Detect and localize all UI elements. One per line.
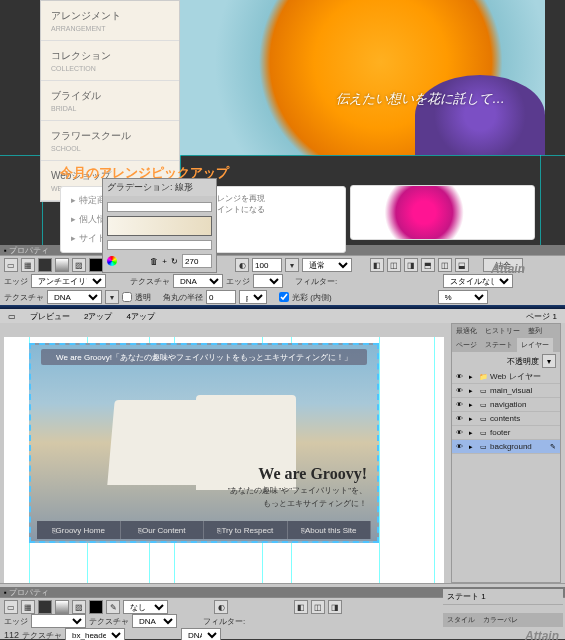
- layer-row[interactable]: 👁 ▸ ▭ main_visual: [452, 384, 560, 398]
- expand-icon[interactable]: ▸: [466, 414, 476, 424]
- color-box[interactable]: [89, 600, 103, 614]
- gradient-panel[interactable]: グラデーション: 線形 🗑 + ↻: [102, 178, 217, 273]
- pickup-thumbnail: [350, 185, 535, 240]
- tab-pages[interactable]: ページ: [452, 338, 481, 352]
- align-icon[interactable]: ◨: [328, 600, 342, 614]
- corner-radius-input[interactable]: [206, 290, 236, 304]
- opacity-icon[interactable]: ◐: [214, 600, 228, 614]
- edge-select2[interactable]: [253, 274, 283, 288]
- menu-item-arrangement[interactable]: アレンジメントARRANGEMENT: [41, 1, 179, 41]
- groovy-header: We are Groovy!「あなたの趣味やフェイバリットをもっとエキサイティン…: [41, 349, 367, 365]
- unit-select[interactable]: px: [239, 290, 267, 304]
- dna-select[interactable]: DNA: [181, 628, 221, 640]
- fill-solid-icon[interactable]: [38, 600, 52, 614]
- tool-icon[interactable]: ▦: [21, 600, 35, 614]
- layers-panel: 最適化 ヒストリー 整列 ページ ステート レイヤー 不透明度 ▾ 👁 ▸ 📁 …: [451, 323, 561, 583]
- main-visual-slice[interactable]: We are Groovy!「あなたの趣味やフェイバリットをもっとエキサイティン…: [29, 343, 379, 543]
- layer-row[interactable]: 👁 ▸ ▭ contents: [452, 412, 560, 426]
- nav-about[interactable]: About this Site: [288, 521, 372, 539]
- fill-pattern-icon[interactable]: ▨: [72, 258, 86, 272]
- visibility-icon[interactable]: 👁: [454, 386, 464, 396]
- nav-home[interactable]: Groovy Home: [37, 521, 121, 539]
- align-icon[interactable]: ⬓: [455, 258, 469, 272]
- layer-row[interactable]: 👁 ▸ ▭ footer: [452, 426, 560, 440]
- active-layer-icon: ✎: [548, 442, 558, 452]
- chevron-down-icon[interactable]: ▾: [285, 258, 299, 272]
- tool-icon[interactable]: ▦: [21, 258, 35, 272]
- visibility-icon[interactable]: 👁: [454, 428, 464, 438]
- transparent-checkbox[interactable]: [122, 292, 132, 302]
- nav-respect[interactable]: Try to Respect: [204, 521, 288, 539]
- state-label[interactable]: ステート 1: [443, 589, 563, 605]
- align-icon[interactable]: ⬒: [421, 258, 435, 272]
- tab-layers[interactable]: レイヤー: [517, 338, 553, 352]
- align-icon[interactable]: ◫: [311, 600, 325, 614]
- edge-select[interactable]: [31, 614, 86, 628]
- chevron-down-icon[interactable]: ▾: [542, 354, 556, 368]
- pencil-icon[interactable]: ✎: [106, 600, 120, 614]
- groovy-title: We are Groovy!: [228, 465, 367, 483]
- nav-content[interactable]: Our Content: [121, 521, 205, 539]
- visibility-icon[interactable]: 👁: [454, 442, 464, 452]
- menu-item-collection[interactable]: コレクションCOLLECTION: [41, 41, 179, 81]
- view-tabs: ▭ プレビュー 2アップ 4アップ ページ 1: [0, 309, 565, 323]
- opacity-input[interactable]: [252, 258, 282, 272]
- trash-icon[interactable]: 🗑: [150, 257, 158, 266]
- layer-row[interactable]: 👁 ▸ 📁 Web レイヤー: [452, 370, 560, 384]
- tab-align[interactable]: 整列: [524, 324, 546, 338]
- tab-color[interactable]: カラーパレ: [479, 613, 522, 627]
- expand-icon[interactable]: ▸: [466, 372, 476, 382]
- align-icon[interactable]: ◨: [404, 258, 418, 272]
- texture-select2[interactable]: DNA: [47, 290, 102, 304]
- gradient-opacity-slider[interactable]: [107, 202, 212, 212]
- fill-pattern-icon[interactable]: ▨: [72, 600, 86, 614]
- expand-icon[interactable]: ▸: [466, 386, 476, 396]
- opacity-icon[interactable]: ◐: [235, 258, 249, 272]
- texture-select[interactable]: DNA: [173, 274, 223, 288]
- angle-input[interactable]: [182, 254, 212, 268]
- gradient-preview[interactable]: [107, 216, 212, 236]
- chevron-down-icon[interactable]: ▾: [105, 290, 119, 304]
- tab-history[interactable]: ヒストリー: [481, 324, 524, 338]
- tab-optimize[interactable]: 最適化: [452, 324, 481, 338]
- tab-preview[interactable]: プレビュー: [26, 310, 74, 323]
- fill-solid-icon[interactable]: [38, 258, 52, 272]
- tab-2up[interactable]: 2アップ: [80, 310, 116, 323]
- visibility-icon[interactable]: 👁: [454, 400, 464, 410]
- menu-item-school[interactable]: フラワースクールSCHOOL: [41, 121, 179, 161]
- tab-4up[interactable]: 4アップ: [122, 310, 158, 323]
- align-icon[interactable]: ◧: [294, 600, 308, 614]
- glow-checkbox[interactable]: [279, 292, 289, 302]
- tab-style[interactable]: スタイル: [443, 613, 479, 627]
- stroke-select[interactable]: なし: [123, 600, 168, 614]
- fill-gradient-icon[interactable]: [55, 258, 69, 272]
- visibility-icon[interactable]: 👁: [454, 414, 464, 424]
- blend-mode-select[interactable]: 通常: [302, 258, 352, 272]
- edge-select[interactable]: アンチエイリアス: [31, 274, 106, 288]
- tool-icon[interactable]: ▭: [4, 258, 18, 272]
- expand-icon[interactable]: ▸: [466, 442, 476, 452]
- expand-icon[interactable]: ▸: [466, 400, 476, 410]
- texture-select[interactable]: DNA: [132, 614, 177, 628]
- fill-gradient-icon[interactable]: [55, 600, 69, 614]
- gradient-color-slider[interactable]: [107, 240, 212, 250]
- header-select[interactable]: bx_header: [65, 628, 125, 640]
- add-stop-icon[interactable]: +: [162, 257, 167, 266]
- align-icon[interactable]: ◧: [370, 258, 384, 272]
- page-indicator[interactable]: ページ 1: [522, 310, 561, 323]
- document-canvas[interactable]: We are Groovy!「あなたの趣味やフェイバリットをもっとエキサイティン…: [4, 337, 444, 585]
- layer-row[interactable]: 👁 ▸ ▭ background ✎: [452, 440, 560, 454]
- tab-original[interactable]: ▭: [4, 311, 20, 322]
- percent-select[interactable]: %: [438, 290, 488, 304]
- layer-row[interactable]: 👁 ▸ ▭ navigation: [452, 398, 560, 412]
- expand-icon[interactable]: ▸: [466, 428, 476, 438]
- align-icon[interactable]: ◫: [387, 258, 401, 272]
- hero-tagline: 伝えたい想いを花に託して…: [336, 90, 505, 108]
- visibility-icon[interactable]: 👁: [454, 372, 464, 382]
- tab-states[interactable]: ステート: [481, 338, 517, 352]
- align-icon[interactable]: ◫: [438, 258, 452, 272]
- tool-icon[interactable]: ▭: [4, 600, 18, 614]
- menu-item-bridal[interactable]: ブライダルBRIDAL: [41, 81, 179, 121]
- angle-icon[interactable]: ↻: [171, 257, 178, 266]
- color-swatch-icon[interactable]: [107, 256, 117, 266]
